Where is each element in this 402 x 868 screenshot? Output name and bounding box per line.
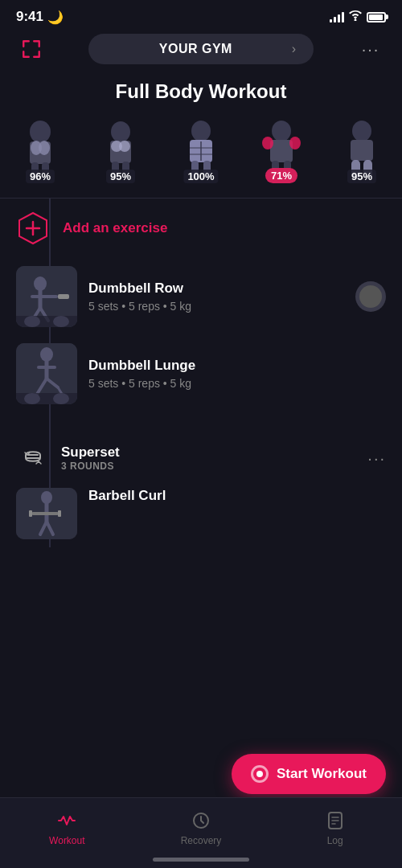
add-exercise-icon — [16, 211, 50, 245]
workout-title: Full Body Workout — [0, 72, 402, 114]
muscle-figure-legs: 95% — [326, 114, 398, 186]
exercise-name-dumbbell-lunge: Dumbbell Lunge — [88, 358, 386, 374]
exercise-row-barbell-curl[interactable]: Barbell Curl — [0, 480, 402, 547]
svg-point-50 — [24, 393, 40, 404]
muscle-groups: 96% 95% — [0, 114, 402, 198]
svg-point-3 — [39, 141, 50, 155]
svg-point-19 — [272, 121, 291, 141]
svg-rect-57 — [32, 512, 58, 515]
battery-icon — [367, 12, 386, 23]
status-time: 9:41 — [16, 9, 43, 25]
svg-rect-20 — [270, 140, 293, 162]
exercise-info-dumbbell-lunge: Dumbbell Lunge 5 sets • 5 reps • 5 kg — [88, 358, 386, 390]
svg-rect-26 — [351, 140, 373, 161]
expand-icon[interactable] — [16, 34, 47, 64]
nav-label-recovery: Recovery — [181, 835, 222, 846]
superset-info: Superset 3 ROUNDS — [61, 444, 356, 472]
svg-point-33 — [34, 276, 47, 291]
recovery-nav-icon — [190, 809, 212, 832]
svg-point-41 — [53, 316, 69, 327]
record-icon — [251, 765, 269, 783]
svg-point-0 — [30, 121, 51, 143]
gym-selector[interactable]: YOUR GYM › — [88, 34, 314, 64]
svg-point-51 — [53, 393, 69, 404]
svg-point-12 — [191, 121, 211, 141]
superset-icon — [16, 441, 50, 475]
gym-chevron-icon: › — [292, 42, 296, 56]
muscle-pct-3: 100% — [183, 170, 218, 183]
muscle-card-chest: 95% — [80, 114, 161, 186]
muscle-pct-2: 95% — [106, 170, 135, 183]
muscle-pct-4: 71% — [265, 168, 297, 183]
add-exercise-label: Add an exercise — [63, 220, 167, 236]
exercise-row-dumbbell-lunge[interactable]: Dumbbell Lunge 5 sets • 5 reps • 5 kg — [0, 335, 402, 412]
nav-item-workout[interactable]: Workout — [0, 803, 134, 853]
exercise-thumb-dumbbell-row — [16, 266, 77, 327]
svg-point-9 — [119, 141, 130, 152]
more-options-button[interactable]: ··· — [355, 34, 386, 64]
svg-point-43 — [40, 347, 53, 362]
moon-icon: 🌙 — [47, 10, 64, 25]
exercise-info-dumbbell-row: Dumbbell Row 5 sets • 5 reps • 5 kg — [88, 280, 344, 313]
nav-item-log[interactable]: Log — [268, 803, 402, 853]
muscle-figure-full: 100% — [165, 114, 237, 186]
exercise-thumb-barbell-curl — [16, 488, 77, 539]
exercise-thumb-dumbbell-lunge — [16, 343, 77, 404]
gym-label: YOUR GYM — [106, 42, 285, 56]
svg-rect-58 — [58, 510, 61, 517]
wifi-icon — [349, 10, 362, 23]
status-bar: 9:41 🌙 — [0, 0, 402, 29]
muscle-card-back: 96% — [0, 114, 80, 186]
exercise-details-dumbbell-row: 5 sets • 5 reps • 5 kg — [88, 300, 344, 313]
nav-item-recovery[interactable]: Recovery — [134, 803, 269, 853]
signal-icon — [330, 11, 344, 23]
top-nav: YOUR GYM › ··· — [0, 29, 402, 72]
workout-nav-icon — [55, 809, 78, 832]
muscle-card-highlighted: 71% — [241, 114, 322, 186]
exercise-name-dumbbell-row: Dumbbell Row — [88, 280, 344, 297]
start-workout-label: Start Workout — [277, 766, 367, 782]
muscle-pct-1: 96% — [26, 170, 55, 183]
exercise-info-barbell-curl: Barbell Curl — [88, 488, 386, 507]
exercise-list: Add an exercise Dumbbell Row — [0, 199, 402, 547]
exercise-name-barbell-curl: Barbell Curl — [88, 488, 386, 504]
svg-point-21 — [262, 137, 273, 149]
superset-more-button[interactable]: ··· — [367, 449, 386, 468]
muscle-card-full: 100% — [161, 114, 241, 186]
nav-label-log: Log — [327, 835, 343, 846]
add-exercise-row[interactable]: Add an exercise — [0, 199, 402, 258]
svg-rect-56 — [29, 510, 32, 517]
svg-point-22 — [289, 137, 301, 149]
more-dots-icon: ··· — [362, 40, 380, 59]
home-indicator — [153, 858, 249, 862]
svg-point-25 — [352, 121, 371, 141]
exercise-action-dumbbell-row[interactable] — [355, 281, 386, 312]
exercise-action-circle — [359, 285, 382, 308]
svg-point-40 — [24, 316, 40, 327]
muscle-figure-chest: 95% — [84, 114, 157, 186]
start-workout-button[interactable]: Start Workout — [232, 754, 386, 794]
nav-label-workout: Workout — [49, 835, 84, 846]
muscle-pct-5: 95% — [347, 170, 376, 183]
muscle-figure-back: 96% — [4, 114, 76, 186]
svg-point-6 — [111, 121, 130, 142]
status-icons — [330, 10, 386, 23]
svg-rect-38 — [58, 294, 69, 299]
superset-header: Superset 3 ROUNDS ··· — [0, 428, 402, 480]
superset-rounds: 3 ROUNDS — [61, 461, 356, 472]
muscle-card-legs: 95% — [322, 114, 402, 186]
bottom-nav: Workout Recovery Log — [0, 797, 402, 868]
superset-title: Superset — [61, 444, 356, 461]
log-nav-icon — [324, 809, 347, 832]
exercise-row-dumbbell-row[interactable]: Dumbbell Row 5 sets • 5 reps • 5 kg — [0, 258, 402, 335]
exercise-details-dumbbell-lunge: 5 sets • 5 reps • 5 kg — [88, 377, 386, 390]
muscle-figure-highlighted: 71% — [245, 114, 318, 186]
